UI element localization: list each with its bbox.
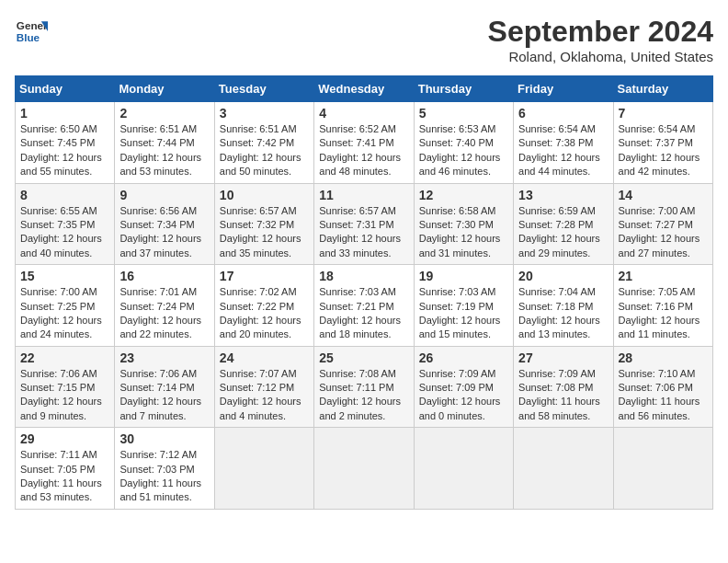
calendar-cell: 15Sunrise: 7:00 AM Sunset: 7:25 PM Dayli… [16, 265, 115, 347]
calendar-cell: 2Sunrise: 6:51 AM Sunset: 7:44 PM Daylig… [115, 102, 214, 184]
calendar-cell: 10Sunrise: 6:57 AM Sunset: 7:32 PM Dayli… [214, 183, 313, 265]
day-info: Sunrise: 6:57 AM Sunset: 7:31 PM Dayligh… [319, 204, 408, 261]
day-info: Sunrise: 7:04 AM Sunset: 7:18 PM Dayligh… [518, 285, 608, 342]
logo: General Blue [15, 15, 48, 48]
day-info: Sunrise: 7:12 AM Sunset: 7:03 PM Dayligh… [119, 448, 209, 505]
calendar-cell: 14Sunrise: 7:00 AM Sunset: 7:27 PM Dayli… [613, 183, 712, 265]
week-row-3: 15Sunrise: 7:00 AM Sunset: 7:25 PM Dayli… [16, 265, 713, 347]
day-info: Sunrise: 7:10 AM Sunset: 7:06 PM Dayligh… [619, 367, 708, 424]
day-info: Sunrise: 7:06 AM Sunset: 7:14 PM Dayligh… [119, 367, 209, 424]
day-number: 3 [220, 106, 309, 121]
calendar-cell [314, 428, 414, 510]
day-number: 22 [20, 350, 109, 365]
day-info: Sunrise: 7:00 AM Sunset: 7:27 PM Dayligh… [619, 204, 708, 261]
day-number: 1 [20, 106, 109, 121]
day-info: Sunrise: 7:01 AM Sunset: 7:24 PM Dayligh… [119, 285, 209, 342]
day-info: Sunrise: 6:50 AM Sunset: 7:45 PM Dayligh… [20, 122, 109, 179]
calendar-header-row: SundayMondayTuesdayWednesdayThursdayFrid… [16, 76, 713, 102]
calendar-cell: 7Sunrise: 6:54 AM Sunset: 7:37 PM Daylig… [613, 102, 712, 184]
calendar-cell: 4Sunrise: 6:52 AM Sunset: 7:41 PM Daylig… [314, 102, 414, 184]
calendar-cell: 25Sunrise: 7:08 AM Sunset: 7:11 PM Dayli… [314, 346, 414, 428]
day-number: 5 [419, 106, 508, 121]
calendar-cell: 30Sunrise: 7:12 AM Sunset: 7:03 PM Dayli… [115, 428, 214, 510]
svg-text:Blue: Blue [17, 31, 40, 43]
column-header-saturday: Saturday [613, 76, 712, 102]
week-row-4: 22Sunrise: 7:06 AM Sunset: 7:15 PM Dayli… [16, 346, 713, 428]
week-row-1: 1Sunrise: 6:50 AM Sunset: 7:45 PM Daylig… [16, 102, 713, 184]
calendar-cell: 28Sunrise: 7:10 AM Sunset: 7:06 PM Dayli… [613, 346, 712, 428]
day-info: Sunrise: 7:02 AM Sunset: 7:22 PM Dayligh… [220, 285, 309, 342]
day-number: 4 [319, 106, 408, 121]
day-number: 2 [119, 106, 209, 121]
calendar-cell: 3Sunrise: 6:51 AM Sunset: 7:42 PM Daylig… [214, 102, 313, 184]
calendar-cell: 22Sunrise: 7:06 AM Sunset: 7:15 PM Dayli… [16, 346, 115, 428]
day-info: Sunrise: 7:08 AM Sunset: 7:11 PM Dayligh… [319, 367, 408, 424]
day-info: Sunrise: 6:51 AM Sunset: 7:42 PM Dayligh… [220, 122, 309, 179]
day-number: 12 [419, 188, 508, 202]
day-number: 16 [119, 269, 209, 283]
calendar-cell: 23Sunrise: 7:06 AM Sunset: 7:14 PM Dayli… [115, 346, 214, 428]
day-number: 28 [619, 350, 708, 365]
day-number: 8 [20, 188, 109, 202]
calendar-cell [514, 428, 613, 510]
calendar-cell: 5Sunrise: 6:53 AM Sunset: 7:40 PM Daylig… [414, 102, 513, 184]
calendar-cell: 18Sunrise: 7:03 AM Sunset: 7:21 PM Dayli… [314, 265, 414, 347]
day-number: 30 [119, 431, 209, 446]
day-info: Sunrise: 7:00 AM Sunset: 7:25 PM Dayligh… [20, 285, 109, 342]
day-info: Sunrise: 7:06 AM Sunset: 7:15 PM Dayligh… [20, 367, 109, 424]
day-info: Sunrise: 7:09 AM Sunset: 7:08 PM Dayligh… [518, 367, 608, 424]
calendar-cell: 19Sunrise: 7:03 AM Sunset: 7:19 PM Dayli… [414, 265, 513, 347]
day-info: Sunrise: 6:59 AM Sunset: 7:28 PM Dayligh… [518, 204, 608, 261]
day-number: 13 [518, 188, 608, 202]
calendar-cell: 24Sunrise: 7:07 AM Sunset: 7:12 PM Dayli… [214, 346, 313, 428]
day-info: Sunrise: 7:03 AM Sunset: 7:21 PM Dayligh… [319, 285, 408, 342]
day-info: Sunrise: 6:52 AM Sunset: 7:41 PM Dayligh… [319, 122, 408, 179]
day-number: 10 [220, 188, 309, 202]
calendar-cell: 20Sunrise: 7:04 AM Sunset: 7:18 PM Dayli… [514, 265, 613, 347]
calendar-cell: 1Sunrise: 6:50 AM Sunset: 7:45 PM Daylig… [16, 102, 115, 184]
day-number: 14 [619, 188, 708, 202]
svg-text:General: General [17, 19, 48, 31]
day-info: Sunrise: 6:51 AM Sunset: 7:44 PM Dayligh… [119, 122, 209, 179]
logo-icon: General Blue [15, 15, 48, 48]
calendar-cell [613, 428, 712, 510]
day-info: Sunrise: 6:54 AM Sunset: 7:37 PM Dayligh… [619, 122, 708, 179]
page-subtitle: Roland, Oklahoma, United States [488, 49, 713, 64]
page-header: General Blue September 2024 Roland, Okla… [15, 15, 713, 64]
day-number: 19 [419, 269, 508, 283]
day-info: Sunrise: 6:55 AM Sunset: 7:35 PM Dayligh… [20, 204, 109, 261]
page-title: September 2024 [488, 15, 713, 49]
day-number: 20 [518, 269, 608, 283]
calendar-cell: 11Sunrise: 6:57 AM Sunset: 7:31 PM Dayli… [314, 183, 414, 265]
day-number: 15 [20, 269, 109, 283]
column-header-tuesday: Tuesday [214, 76, 313, 102]
column-header-thursday: Thursday [414, 76, 513, 102]
day-info: Sunrise: 7:03 AM Sunset: 7:19 PM Dayligh… [419, 285, 508, 342]
column-header-wednesday: Wednesday [314, 76, 414, 102]
day-number: 11 [319, 188, 408, 202]
calendar-cell: 9Sunrise: 6:56 AM Sunset: 7:34 PM Daylig… [115, 183, 214, 265]
column-header-monday: Monday [115, 76, 214, 102]
calendar-table: SundayMondayTuesdayWednesdayThursdayFrid… [15, 75, 713, 510]
day-number: 23 [119, 350, 209, 365]
day-number: 29 [20, 431, 109, 446]
day-number: 27 [518, 350, 608, 365]
day-info: Sunrise: 6:54 AM Sunset: 7:38 PM Dayligh… [518, 122, 608, 179]
calendar-cell: 6Sunrise: 6:54 AM Sunset: 7:38 PM Daylig… [514, 102, 613, 184]
day-number: 7 [619, 106, 708, 121]
week-row-2: 8Sunrise: 6:55 AM Sunset: 7:35 PM Daylig… [16, 183, 713, 265]
day-number: 9 [119, 188, 209, 202]
day-number: 24 [220, 350, 309, 365]
calendar-cell: 16Sunrise: 7:01 AM Sunset: 7:24 PM Dayli… [115, 265, 214, 347]
title-block: September 2024 Roland, Oklahoma, United … [488, 15, 713, 64]
day-number: 26 [419, 350, 508, 365]
calendar-cell: 12Sunrise: 6:58 AM Sunset: 7:30 PM Dayli… [414, 183, 513, 265]
day-info: Sunrise: 6:53 AM Sunset: 7:40 PM Dayligh… [419, 122, 508, 179]
day-number: 17 [220, 269, 309, 283]
day-info: Sunrise: 7:07 AM Sunset: 7:12 PM Dayligh… [220, 367, 309, 424]
day-info: Sunrise: 6:56 AM Sunset: 7:34 PM Dayligh… [119, 204, 209, 261]
day-info: Sunrise: 6:57 AM Sunset: 7:32 PM Dayligh… [220, 204, 309, 261]
day-number: 18 [319, 269, 408, 283]
day-number: 21 [619, 269, 708, 283]
column-header-friday: Friday [514, 76, 613, 102]
